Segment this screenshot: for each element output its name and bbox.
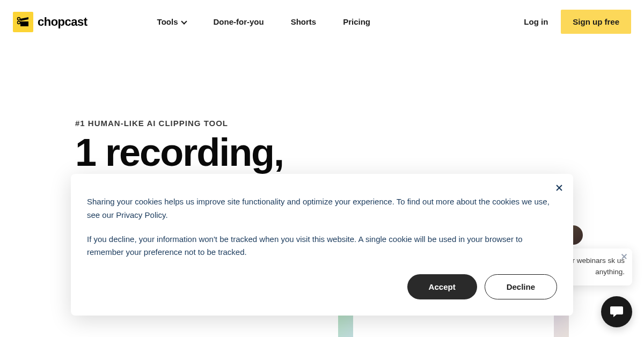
chat-icon xyxy=(609,305,624,319)
logo-icon xyxy=(13,12,33,32)
nav-shorts[interactable]: Shorts xyxy=(291,17,317,26)
clapper-icon xyxy=(17,17,30,27)
nav-item-label: Done-for-you xyxy=(213,17,264,26)
signup-button[interactable]: Sign up free xyxy=(561,10,631,34)
chevron-down-icon xyxy=(181,18,187,24)
login-link[interactable]: Log in xyxy=(524,17,548,26)
cookie-text-1: Sharing your cookies helps us improve si… xyxy=(87,195,557,222)
close-icon[interactable] xyxy=(620,253,628,260)
accept-button[interactable]: Accept xyxy=(407,274,477,299)
chat-launcher[interactable] xyxy=(601,296,632,327)
headline: 1 recording, xyxy=(75,133,569,172)
nav-item-label: Tools xyxy=(157,17,178,26)
cookie-consent-modal: Sharing your cookies helps us improve si… xyxy=(71,174,573,316)
svg-point-0 xyxy=(18,17,20,20)
close-icon[interactable] xyxy=(554,182,565,193)
cookie-actions: Accept Decline xyxy=(87,274,557,299)
nav-item-label: Pricing xyxy=(343,17,370,26)
nav-tools[interactable]: Tools xyxy=(157,17,187,26)
nav-pricing[interactable]: Pricing xyxy=(343,17,370,26)
svg-rect-2 xyxy=(20,21,28,26)
header-actions: Log in Sign up free xyxy=(524,10,631,34)
brand-name: chopcast xyxy=(38,15,87,29)
eyebrow-text: #1 HUMAN-LIKE AI CLIPPING TOOL xyxy=(75,119,569,128)
hero-section: #1 HUMAN-LIKE AI CLIPPING TOOL 1 recordi… xyxy=(0,43,644,172)
main-nav: Tools Done-for-you Shorts Pricing xyxy=(157,17,370,26)
cookie-text-2: If you decline, your information won't b… xyxy=(87,233,557,260)
nav-item-label: Shorts xyxy=(291,17,317,26)
svg-point-1 xyxy=(18,21,20,24)
decline-button[interactable]: Decline xyxy=(485,274,557,299)
header: chopcast Tools Done-for-you Shorts Prici… xyxy=(0,0,644,43)
nav-done-for-you[interactable]: Done-for-you xyxy=(213,17,264,26)
logo[interactable]: chopcast xyxy=(13,12,87,32)
